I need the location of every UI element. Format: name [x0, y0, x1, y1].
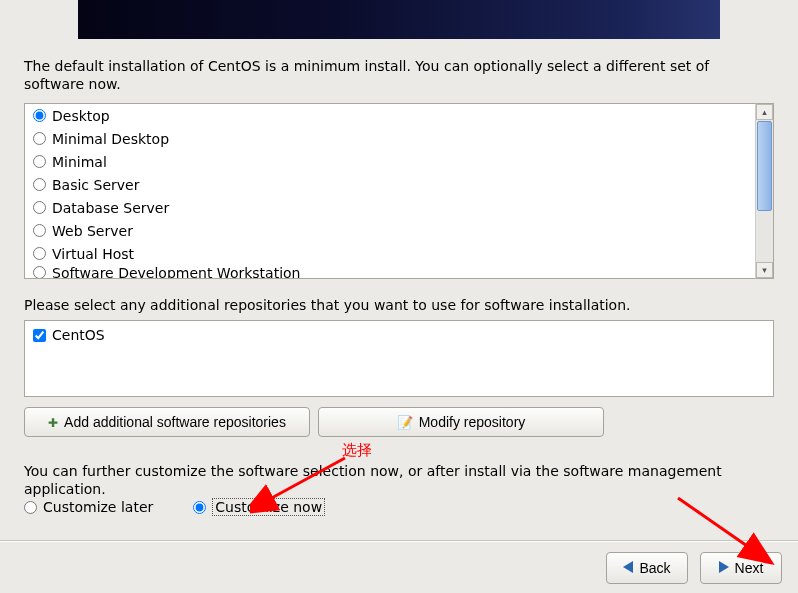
customize-later-label: Customize later: [43, 499, 153, 515]
modify-repo-button[interactable]: Modify repository: [318, 407, 604, 437]
install-type-label: Minimal: [52, 154, 107, 170]
install-type-listbox[interactable]: Desktop Minimal Desktop Minimal Basic Se…: [24, 103, 774, 279]
modify-repo-label: Modify repository: [419, 414, 526, 430]
install-type-item[interactable]: Desktop: [25, 104, 755, 127]
customize-description: You can further customize the software s…: [24, 463, 764, 498]
repo-checkbox[interactable]: [33, 329, 46, 342]
install-type-item[interactable]: Minimal: [25, 150, 755, 173]
install-type-radio[interactable]: [33, 109, 46, 122]
separator: [0, 540, 798, 542]
install-type-item[interactable]: Database Server: [25, 196, 755, 219]
customize-now-radio[interactable]: [193, 501, 206, 514]
install-type-radio[interactable]: [33, 178, 46, 191]
install-type-radio[interactable]: [33, 201, 46, 214]
install-type-radio[interactable]: [33, 266, 46, 279]
install-type-radio[interactable]: [33, 224, 46, 237]
repo-listbox[interactable]: CentOS: [24, 320, 774, 397]
install-type-label: Basic Server: [52, 177, 139, 193]
scroll-thumb[interactable]: [757, 121, 772, 211]
scroll-down-button[interactable]: ▾: [756, 262, 773, 278]
back-label: Back: [639, 560, 670, 576]
scrollbar[interactable]: ▴ ▾: [755, 103, 774, 279]
back-button[interactable]: Back: [606, 552, 688, 584]
install-type-label: Desktop: [52, 108, 110, 124]
repo-item-label: CentOS: [52, 327, 105, 343]
customize-later-option[interactable]: Customize later: [24, 499, 153, 515]
add-repo-label: Add additional software repositories: [64, 414, 286, 430]
install-type-item[interactable]: Web Server: [25, 219, 755, 242]
arrow-right-icon: [719, 560, 729, 576]
install-type-radio[interactable]: [33, 155, 46, 168]
install-type-label: Database Server: [52, 200, 169, 216]
next-button[interactable]: Next: [700, 552, 782, 584]
add-repo-button[interactable]: Add additional software repositories: [24, 407, 310, 437]
customize-later-radio[interactable]: [24, 501, 37, 514]
install-type-item[interactable]: Minimal Desktop: [25, 127, 755, 150]
customize-now-label: Customize now: [212, 498, 325, 516]
install-type-label: Virtual Host: [52, 246, 134, 262]
annotation-label: 选择: [342, 441, 372, 460]
install-description: The default installation of CentOS is a …: [24, 58, 764, 93]
arrow-left-icon: [623, 560, 633, 576]
install-type-label: Web Server: [52, 223, 133, 239]
next-label: Next: [735, 560, 764, 576]
install-type-item[interactable]: Basic Server: [25, 173, 755, 196]
install-type-radio[interactable]: [33, 132, 46, 145]
repo-description: Please select any additional repositorie…: [24, 297, 764, 313]
customize-now-option[interactable]: Customize now: [193, 498, 325, 516]
header-banner: [78, 0, 720, 39]
install-type-item[interactable]: Software Development Workstation: [25, 265, 755, 279]
edit-icon: [397, 414, 413, 430]
install-type-item[interactable]: Virtual Host: [25, 242, 755, 265]
install-type-label: Minimal Desktop: [52, 131, 169, 147]
scroll-up-button[interactable]: ▴: [756, 104, 773, 120]
plus-icon: [48, 414, 58, 430]
install-type-radio[interactable]: [33, 247, 46, 260]
install-type-label: Software Development Workstation: [52, 265, 301, 279]
repo-item[interactable]: CentOS: [33, 327, 765, 343]
